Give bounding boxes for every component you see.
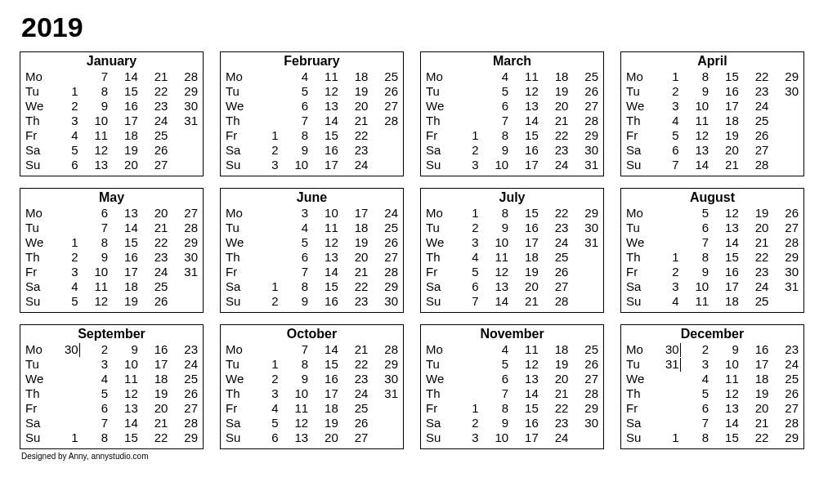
day-cell: 30 — [368, 294, 398, 309]
day-cell: 31 — [568, 235, 598, 250]
day-cell: 14 — [479, 294, 509, 309]
day-cell: 21 — [338, 265, 369, 279]
day-cell: 22 — [138, 430, 168, 445]
day-cell: 12 — [108, 386, 138, 401]
day-cell: 30 — [168, 250, 198, 265]
weekday-label: Tu — [226, 357, 248, 372]
day-cell: 3 — [649, 279, 679, 294]
day-cell: 2 — [449, 416, 479, 430]
day-cell: 24 — [539, 430, 569, 445]
day-cell — [248, 250, 279, 265]
day-cell — [649, 386, 679, 401]
day-cell — [368, 430, 398, 445]
weekday-label: Th — [626, 386, 649, 401]
day-cell: 3 — [649, 99, 679, 114]
day-cell: 2 — [248, 372, 279, 386]
day-cell: 8 — [479, 206, 509, 221]
weekday-label: Su — [25, 158, 48, 172]
day-cell — [449, 342, 479, 357]
day-cell — [649, 221, 679, 235]
day-cell: 6 — [479, 372, 509, 386]
day-cell: 27 — [168, 401, 198, 416]
day-cell: 23 — [138, 250, 168, 265]
weekday-label: Sa — [426, 143, 449, 158]
weekday-label: We — [226, 372, 248, 386]
day-cell: 22 — [539, 401, 569, 416]
weekday-label: Su — [426, 294, 449, 309]
weekday-label: Fr — [426, 401, 449, 416]
weekday-label: Sa — [626, 279, 649, 294]
weekday-label: Mo — [25, 342, 48, 357]
day-cell: 8 — [679, 69, 709, 84]
day-cell: 1 — [48, 84, 78, 99]
day-cell — [449, 99, 479, 114]
weekday-label: We — [226, 99, 248, 114]
day-cell: 26 — [138, 294, 168, 309]
day-cell — [48, 416, 78, 430]
day-cell: 10 — [479, 158, 509, 172]
day-cell: 7 — [679, 235, 709, 250]
day-cell: 20 — [709, 143, 739, 158]
day-cell: 26 — [568, 357, 598, 372]
day-cell: 28 — [568, 386, 598, 401]
day-cell: 8 — [279, 279, 309, 294]
day-cell: 28 — [568, 114, 598, 128]
day-cell: 9 — [479, 143, 509, 158]
day-cell: 24 — [539, 235, 569, 250]
day-cell: 14 — [508, 114, 539, 128]
day-cell: 12 — [279, 416, 309, 430]
month-table: Mo7142128Tu18152229We29162330Th310172431… — [226, 342, 398, 445]
weekday-label: Tu — [25, 84, 48, 99]
day-cell: 11 — [279, 401, 309, 416]
day-cell: 1 — [649, 69, 679, 84]
day-cell — [48, 401, 78, 416]
day-cell: 23 — [539, 416, 569, 430]
weekday-label: Mo — [226, 69, 248, 84]
day-cell: 3 — [248, 386, 279, 401]
day-cell: 1 — [48, 235, 78, 250]
day-cell: 13 — [679, 143, 709, 158]
day-cell: 9 — [78, 250, 109, 265]
day-cell — [168, 143, 198, 158]
day-cell — [248, 69, 279, 84]
day-cell: 18 — [709, 294, 739, 309]
day-cell: 6 — [449, 279, 479, 294]
day-cell: 28 — [368, 342, 398, 357]
day-cell — [768, 114, 799, 128]
weekday-label: Tu — [226, 84, 248, 99]
day-cell: 5 — [479, 357, 509, 372]
day-cell: 19 — [539, 357, 569, 372]
day-cell: 4 — [649, 294, 679, 309]
day-cell: 12 — [508, 357, 539, 372]
day-cell: 3 — [78, 357, 109, 372]
weekday-label: Mo — [226, 206, 248, 221]
day-cell — [449, 357, 479, 372]
day-cell: 29 — [568, 206, 598, 221]
day-cell — [48, 386, 78, 401]
day-cell: 18 — [539, 69, 569, 84]
day-cell: 29 — [568, 401, 598, 416]
day-cell: 1 — [449, 128, 479, 143]
day-cell: 17 — [508, 235, 539, 250]
day-cell: 31 — [568, 158, 598, 172]
month-table: Mo30291623Tu3101724We4111825Th5121926Fr6… — [25, 342, 198, 445]
day-cell: 11 — [78, 128, 109, 143]
day-cell: 10 — [78, 265, 109, 279]
day-cell: 9 — [679, 84, 709, 99]
weekday-label: Mo — [25, 69, 48, 84]
day-cell: 23 — [338, 372, 369, 386]
day-cell — [568, 250, 598, 265]
day-cell: 28 — [168, 416, 198, 430]
day-cell: 19 — [739, 206, 769, 221]
day-cell: 29 — [168, 84, 198, 99]
weekday-label: Mo — [626, 206, 649, 221]
day-cell: 16 — [308, 143, 338, 158]
weekday-label: Sa — [626, 143, 649, 158]
weekday-label: Mo — [426, 342, 449, 357]
day-cell: 20 — [739, 221, 769, 235]
day-cell: 10 — [679, 279, 709, 294]
day-cell: 27 — [368, 250, 398, 265]
day-cell: 2 — [48, 99, 78, 114]
weekday-label: We — [426, 235, 449, 250]
day-cell — [449, 114, 479, 128]
